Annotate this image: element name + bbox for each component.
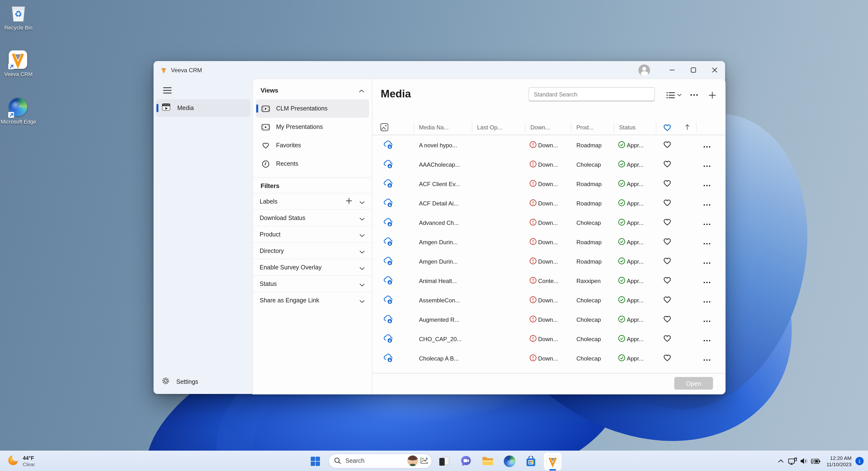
table-row[interactable]: Amgen Durin... [372, 233, 725, 252]
favorite-heart-icon[interactable] [663, 160, 671, 170]
table-row[interactable]: ACF Client Ev... [372, 174, 725, 194]
chevron-down-icon[interactable] [360, 230, 365, 239]
table-row[interactable]: Advanced Ch... [372, 213, 725, 233]
chevron-down-icon[interactable] [360, 213, 365, 222]
battery-icon[interactable] [810, 451, 822, 471]
table-row[interactable]: AAACholecap... [372, 155, 725, 174]
row-more-options-icon[interactable] [703, 218, 710, 227]
table-row[interactable]: Cholecap A B... [372, 349, 725, 368]
sidebar-item-settings[interactable]: Settings [156, 374, 250, 390]
row-more-options-icon[interactable] [703, 354, 710, 363]
chevron-up-icon[interactable] [359, 86, 364, 94]
close-button[interactable] [704, 61, 725, 79]
table-row[interactable]: A novel hypo... [372, 136, 725, 155]
row-more-options-icon[interactable] [703, 316, 710, 324]
row-more-options-icon[interactable] [703, 199, 710, 208]
column-header-media-name[interactable]: Media Na... [414, 122, 472, 132]
row-more-options-icon[interactable] [703, 160, 710, 169]
volume-icon[interactable] [798, 451, 810, 471]
chat-button[interactable] [457, 452, 475, 470]
cloud-download-icon [383, 159, 394, 171]
approved-check-icon [618, 296, 625, 305]
sort-ascending-icon[interactable] [678, 122, 696, 132]
row-more-options-icon[interactable] [703, 296, 710, 305]
filter-item[interactable]: Labels [253, 193, 372, 209]
favorite-heart-icon[interactable] [663, 315, 671, 325]
filter-item[interactable]: Directory [253, 242, 372, 259]
view-item-clm-presentations[interactable]: CLM Presentations [256, 99, 369, 118]
view-item-my-presentations[interactable]: My Presentations [256, 118, 369, 136]
favorite-heart-icon[interactable] [663, 276, 671, 286]
row-more-options-icon[interactable] [703, 180, 710, 188]
hidden-icons-chevron[interactable] [775, 451, 786, 471]
filter-item[interactable]: Status [253, 275, 372, 292]
sidebar-item-media[interactable]: Media [156, 99, 250, 117]
row-more-options-icon[interactable] [703, 335, 710, 344]
table-row[interactable]: CHO_CAP_20... [372, 329, 725, 349]
favorite-heart-icon[interactable] [663, 237, 671, 247]
notification-badge[interactable]: 1 [856, 457, 864, 465]
weather-widget[interactable]: 44°F Clear [5, 451, 38, 471]
presentation-icon [261, 106, 270, 112]
table-row[interactable]: AssembleCon... [372, 291, 725, 310]
favorite-heart-icon[interactable] [663, 141, 671, 150]
view-switcher-button[interactable] [662, 89, 685, 101]
table-row[interactable]: Augmented R... [372, 310, 725, 329]
column-header-download[interactable]: Down... [526, 122, 571, 132]
filter-item[interactable]: Enable Survey Overlay [253, 259, 372, 275]
desktop-icon-veeva-crm[interactable]: Veeva CRM [0, 50, 39, 78]
favorite-heart-icon[interactable] [663, 199, 671, 208]
edge-icon [504, 455, 516, 467]
row-more-options-icon[interactable] [703, 141, 710, 150]
favorite-heart-icon[interactable] [663, 354, 671, 363]
start-button[interactable] [307, 452, 324, 470]
filter-item[interactable]: Download Status [253, 209, 372, 226]
table-header-row: Media Na... Last Op... Down... Prod... S… [372, 120, 725, 135]
favorite-heart-icon[interactable] [663, 296, 671, 305]
table-row[interactable]: Animal Healt... [372, 271, 725, 291]
view-item-favorites[interactable]: Favorites [256, 136, 369, 154]
task-view-button[interactable] [435, 452, 453, 470]
favorite-heart-icon[interactable] [663, 257, 671, 266]
hamburger-menu-icon[interactable] [159, 83, 175, 97]
network-icon[interactable] [786, 451, 798, 471]
filter-item[interactable]: Share as Engage Link [253, 292, 372, 308]
filter-item[interactable]: Product [253, 226, 372, 242]
table-row[interactable]: Amgen Durin... [372, 252, 725, 271]
chevron-down-icon[interactable] [360, 246, 365, 255]
taskbar-clock[interactable]: 12:20 AM 11/10/2023 [826, 455, 851, 467]
chevron-down-icon[interactable] [360, 279, 365, 288]
desktop-icon-recycle-bin[interactable]: ♻ Recycle Bin [0, 4, 39, 31]
column-header-favorite[interactable] [656, 122, 678, 132]
maximize-button[interactable] [682, 61, 704, 79]
add-button[interactable] [706, 89, 718, 101]
user-avatar[interactable] [639, 64, 650, 76]
minimize-button[interactable] [661, 61, 682, 79]
column-header-last-opened[interactable]: Last Op... [472, 122, 526, 132]
row-more-options-icon[interactable] [703, 277, 710, 286]
column-header-status[interactable]: Status [614, 122, 656, 132]
edge-browser-button[interactable] [501, 452, 518, 470]
taskbar-search[interactable]: Search [329, 454, 432, 468]
chevron-down-icon[interactable] [360, 296, 365, 304]
veeva-crm-taskbar-button[interactable] [544, 452, 561, 470]
search-input[interactable] [528, 87, 655, 101]
file-explorer-button[interactable] [479, 452, 496, 470]
add-icon[interactable] [346, 197, 352, 206]
column-header-thumbnail[interactable] [380, 122, 414, 132]
column-header-product[interactable]: Prod... [571, 122, 614, 132]
favorite-heart-icon[interactable] [663, 218, 671, 228]
row-more-options-icon[interactable] [703, 257, 710, 266]
more-options-button[interactable] [688, 89, 701, 101]
open-button[interactable]: Open [674, 377, 713, 390]
chevron-down-icon[interactable] [360, 197, 365, 206]
desktop-icon-microsoft-edge[interactable]: Microsoft Edge [0, 98, 39, 125]
favorite-heart-icon[interactable] [663, 334, 671, 344]
microsoft-store-button[interactable] [522, 452, 539, 470]
favorite-heart-icon[interactable] [663, 179, 671, 189]
presentation-icon [261, 124, 270, 130]
view-item-recents[interactable]: Recents [256, 154, 369, 173]
table-row[interactable]: ACF Detail Ai... [372, 194, 725, 213]
row-more-options-icon[interactable] [703, 238, 710, 247]
chevron-down-icon[interactable] [360, 263, 365, 272]
